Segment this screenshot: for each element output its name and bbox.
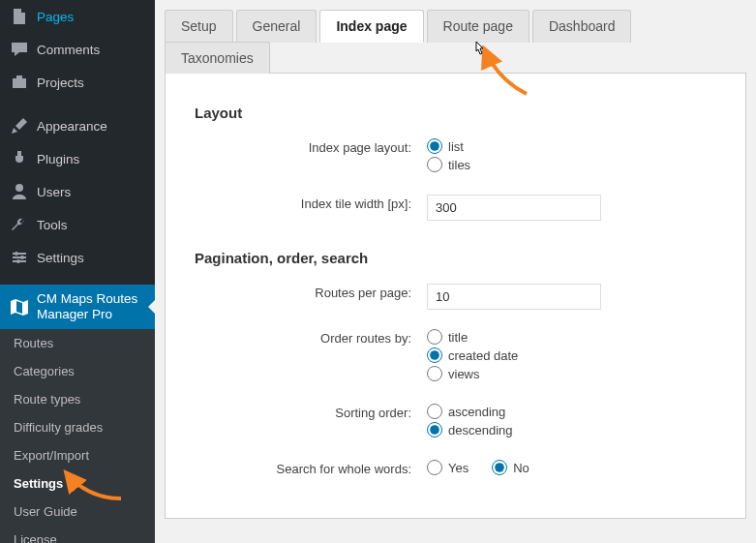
radio-option-no[interactable]: No (492, 460, 529, 475)
row-index-layout: Index page layout: listtiles (195, 138, 716, 175)
sidebar-item-projects[interactable]: Projects (0, 66, 155, 99)
radio-input[interactable] (427, 138, 442, 154)
radio-input[interactable] (427, 157, 442, 172)
tab-route-page[interactable]: Route page (427, 10, 529, 43)
comment-icon (10, 40, 29, 59)
radio-option-title[interactable]: title (427, 329, 716, 345)
portfolio-icon (10, 73, 29, 92)
sidebar-sub-settings[interactable]: Settings (0, 469, 155, 498)
sidebar-item-appearance[interactable]: Appearance (0, 109, 155, 142)
sidebar-item-comments[interactable]: Comments (0, 33, 155, 66)
radio-input[interactable] (427, 460, 442, 475)
sidebar-item-pages[interactable]: Pages (0, 0, 155, 33)
sidebar-item-label: Projects (37, 75, 84, 90)
radio-option-views[interactable]: views (427, 366, 716, 381)
settings-panel: Layout Index page layout: listtiles Inde… (165, 74, 746, 519)
sidebar-sub-license[interactable]: License (0, 526, 155, 543)
label-sort: Sorting order: (195, 404, 427, 420)
tab-index-page[interactable]: Index page (319, 10, 423, 43)
sidebar-sub-routes[interactable]: Routes (0, 329, 155, 357)
sidebar-item-label: Settings (37, 251, 84, 265)
wrench-icon (10, 215, 29, 234)
radio-label: No (513, 461, 529, 475)
radio-input[interactable] (427, 366, 442, 381)
per-page-input[interactable] (427, 284, 601, 310)
sidebar-item-cm-maps[interactable]: CM Maps Routes Manager Pro (0, 285, 155, 329)
radio-input[interactable] (427, 404, 442, 419)
admin-sidebar: PagesCommentsProjects AppearancePluginsU… (0, 0, 155, 543)
sidebar-sub-difficulty-grades[interactable]: Difficulty grades (0, 413, 155, 441)
tab-dashboard[interactable]: Dashboard (532, 10, 632, 43)
radio-input[interactable] (492, 460, 507, 475)
sidebar-item-label: Pages (37, 10, 74, 24)
row-sort: Sorting order: ascendingdescending (195, 404, 716, 440)
label-tile-width: Index tile width [px]: (195, 195, 427, 211)
sidebar-item-label: CM Maps Routes Manager Pro (37, 291, 145, 322)
radio-label: descending (448, 423, 513, 437)
tab-general[interactable]: General (236, 10, 318, 43)
svg-point-0 (15, 252, 18, 256)
sidebar-item-label: Users (37, 185, 71, 199)
tab-setup[interactable]: Setup (165, 10, 233, 43)
radio-input[interactable] (427, 329, 442, 345)
section-heading-layout: Layout (195, 105, 716, 121)
sidebar-sub-categories[interactable]: Categories (0, 357, 155, 385)
sidebar-item-label: Appearance (37, 119, 107, 134)
tabs-row-2: Taxonomies (165, 42, 746, 73)
content-area: SetupGeneralIndex pageRoute pageDashboar… (155, 0, 756, 543)
sidebar-item-label: Plugins (37, 152, 79, 166)
radio-option-tiles[interactable]: tiles (427, 157, 716, 172)
row-order-by: Order routes by: titlecreated dateviews (195, 329, 716, 384)
row-tile-width: Index tile width [px]: (195, 195, 716, 221)
sidebar-item-tools[interactable]: Tools (0, 208, 155, 241)
radio-option-ascending[interactable]: ascending (427, 404, 716, 419)
svg-point-1 (20, 256, 24, 259)
tabs-row-1: SetupGeneralIndex pageRoute pageDashboar… (165, 10, 746, 42)
radio-label: tiles (448, 158, 470, 172)
plug-icon (10, 149, 29, 168)
sidebar-item-users[interactable]: Users (0, 175, 155, 208)
field-tile-width (427, 195, 716, 221)
section-heading-pagination: Pagination, order, search (195, 250, 716, 266)
tile-width-input[interactable] (427, 195, 601, 221)
radio-input[interactable] (427, 422, 442, 437)
radio-option-descending[interactable]: descending (427, 422, 716, 437)
label-index-layout: Index page layout: (195, 138, 427, 155)
radio-label: title (448, 330, 468, 345)
field-whole-words: YesNo (427, 460, 716, 478)
field-per-page (427, 284, 716, 310)
sidebar-sub-route-types[interactable]: Route types (0, 385, 155, 413)
sidebar-item-plugins[interactable]: Plugins (0, 142, 155, 175)
field-sort: ascendingdescending (427, 404, 716, 440)
map-icon (10, 297, 29, 317)
brush-icon (10, 116, 29, 136)
pages-icon (10, 7, 29, 26)
radio-option-yes[interactable]: Yes (427, 460, 469, 475)
radio-option-list[interactable]: list (427, 138, 716, 154)
sliders-icon (10, 248, 29, 267)
sidebar-sub-user-guide[interactable]: User Guide (0, 498, 155, 526)
row-whole-words: Search for whole words: YesNo (195, 460, 716, 478)
sidebar-item-settings[interactable]: Settings (0, 241, 155, 274)
sidebar-item-label: Comments (37, 43, 100, 57)
svg-point-2 (16, 259, 20, 263)
sidebar-sub-export-import[interactable]: Export/Import (0, 441, 155, 469)
radio-option-created-date[interactable]: created date (427, 347, 716, 363)
radio-label: ascending (448, 405, 505, 419)
label-order-by: Order routes by: (195, 329, 427, 346)
field-index-layout: listtiles (427, 138, 716, 175)
radio-label: views (448, 367, 480, 381)
radio-label: Yes (448, 461, 469, 475)
row-per-page: Routes per page: (195, 284, 716, 310)
field-order-by: titlecreated dateviews (427, 329, 716, 384)
radio-label: list (448, 139, 464, 154)
user-icon (10, 182, 29, 201)
radio-label: created date (448, 348, 518, 363)
radio-input[interactable] (427, 347, 442, 363)
label-whole-words: Search for whole words: (195, 460, 427, 476)
tab-taxonomies[interactable]: Taxonomies (165, 42, 270, 74)
label-per-page: Routes per page: (195, 284, 427, 300)
sidebar-item-label: Tools (37, 218, 68, 232)
